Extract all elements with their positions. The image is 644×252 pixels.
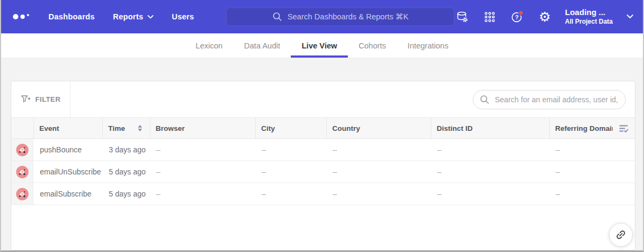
column-settings-button[interactable] bbox=[613, 118, 635, 138]
table-row[interactable]: pushBounce 3 days ago – – – – – bbox=[11, 139, 635, 161]
event-avatar-icon bbox=[16, 166, 29, 178]
project-switcher[interactable]: Loading ... All Project Data bbox=[565, 8, 613, 26]
top-navbar: Dashboards Reports Users Search Dashboar… bbox=[1, 0, 643, 33]
live-view-page: FILTER Event Time Browser bbox=[1, 58, 643, 250]
cell-time: 3 days ago bbox=[102, 145, 150, 154]
primary-nav: Dashboards Reports Users bbox=[48, 12, 194, 21]
link-icon bbox=[612, 226, 629, 243]
cell-distinct-id: – bbox=[431, 167, 549, 176]
col-time-label: Time bbox=[108, 124, 125, 132]
cell-referring-domain: – bbox=[549, 145, 613, 154]
cell-time: 5 days ago bbox=[102, 167, 150, 176]
data-management-button[interactable] bbox=[455, 10, 470, 24]
cell-city: – bbox=[255, 190, 326, 198]
secondary-tabbar: Lexicon Data Audit Live View Cohorts Int… bbox=[1, 33, 643, 58]
project-subtitle: All Project Data bbox=[565, 18, 613, 26]
cell-referring-domain: – bbox=[549, 167, 613, 176]
gear-icon: ⚙ bbox=[539, 10, 551, 24]
app-window: Dashboards Reports Users Search Dashboar… bbox=[0, 0, 644, 252]
event-avatar-icon bbox=[16, 188, 29, 200]
row-avatar-cell bbox=[11, 161, 33, 183]
apps-grid-button[interactable] bbox=[482, 10, 497, 24]
card-toolbar: FILTER bbox=[11, 81, 635, 117]
database-gear-icon bbox=[456, 11, 469, 23]
tab-lexicon[interactable]: Lexicon bbox=[185, 33, 233, 58]
cell-country: – bbox=[326, 145, 431, 154]
tab-integrations[interactable]: Integrations bbox=[397, 33, 459, 58]
table-header: Event Time Browser City Country Distinct… bbox=[11, 117, 635, 139]
cell-time: 5 days ago bbox=[102, 190, 150, 198]
grid-dots-icon bbox=[484, 11, 496, 23]
row-avatar-cell bbox=[11, 139, 33, 160]
col-country[interactable]: Country bbox=[326, 118, 431, 138]
filter-button[interactable]: FILTER bbox=[11, 81, 71, 117]
col-distinct-id[interactable]: Distinct ID bbox=[431, 118, 549, 138]
table-search bbox=[473, 90, 626, 109]
global-search-button[interactable]: Search Dashboards & Reports ⌘K bbox=[226, 8, 454, 26]
cell-browser: – bbox=[150, 167, 255, 176]
tab-live-view[interactable]: Live View bbox=[291, 33, 348, 58]
cell-event: emailUnSubscribe bbox=[33, 167, 102, 176]
nav-reports[interactable]: Reports bbox=[113, 12, 153, 21]
cell-referring-domain: – bbox=[549, 190, 613, 198]
cell-country: – bbox=[326, 167, 431, 176]
tab-cohorts[interactable]: Cohorts bbox=[348, 33, 397, 58]
events-card: FILTER Event Time Browser bbox=[11, 81, 635, 250]
cell-browser: – bbox=[150, 145, 255, 154]
global-search-placeholder: Search Dashboards & Reports ⌘K bbox=[288, 12, 409, 21]
filter-funnel-icon bbox=[21, 95, 31, 103]
search-icon bbox=[272, 12, 282, 22]
search-icon bbox=[480, 95, 489, 104]
event-avatar-icon bbox=[16, 144, 29, 156]
cell-distinct-id: – bbox=[431, 190, 549, 198]
col-referring-domain[interactable]: Referring Domain bbox=[549, 118, 613, 138]
cell-city: – bbox=[255, 145, 326, 154]
nav-reports-label: Reports bbox=[113, 12, 143, 21]
logo-dot bbox=[27, 14, 29, 16]
nav-dashboards[interactable]: Dashboards bbox=[48, 12, 95, 21]
col-avatar-spacer bbox=[11, 118, 33, 138]
cell-event: pushBounce bbox=[33, 145, 102, 154]
mixpanel-logo-icon[interactable] bbox=[13, 14, 29, 19]
col-browser[interactable]: Browser bbox=[150, 118, 255, 138]
svg-text:?: ? bbox=[515, 13, 519, 20]
settings-button[interactable]: ⚙ bbox=[537, 10, 552, 24]
share-link-button[interactable] bbox=[609, 223, 633, 247]
table-row[interactable]: emailUnSubscribe 5 days ago – – – – – bbox=[11, 161, 635, 183]
col-city[interactable]: City bbox=[255, 118, 326, 138]
toolbar-spacer bbox=[71, 81, 473, 117]
chevron-down-icon[interactable] bbox=[627, 15, 633, 19]
help-icon: ? bbox=[510, 10, 524, 24]
filter-label: FILTER bbox=[36, 95, 61, 103]
navbar-right-group: ? ⚙ Loading ... All Project Data bbox=[455, 8, 633, 26]
cell-country: – bbox=[326, 190, 431, 198]
cell-event: emailSubscribe bbox=[33, 190, 102, 198]
cell-city: – bbox=[255, 167, 326, 176]
nav-users[interactable]: Users bbox=[172, 12, 194, 21]
chevron-down-icon bbox=[148, 15, 153, 19]
cell-distinct-id: – bbox=[431, 145, 549, 154]
project-title: Loading ... bbox=[565, 8, 613, 18]
cell-browser: – bbox=[150, 190, 255, 198]
logo-dot bbox=[20, 15, 25, 19]
help-button[interactable]: ? bbox=[510, 10, 524, 24]
logo-dot bbox=[13, 14, 18, 19]
col-time[interactable]: Time bbox=[102, 118, 150, 138]
column-list-check-icon bbox=[619, 123, 629, 134]
col-event[interactable]: Event bbox=[33, 118, 102, 138]
table-row[interactable]: emailSubscribe 5 days ago – – – – – bbox=[11, 183, 635, 205]
row-avatar-cell bbox=[11, 183, 33, 205]
table-search-input[interactable] bbox=[494, 95, 619, 104]
sort-icon[interactable] bbox=[138, 125, 142, 131]
tab-data-audit[interactable]: Data Audit bbox=[233, 33, 291, 58]
